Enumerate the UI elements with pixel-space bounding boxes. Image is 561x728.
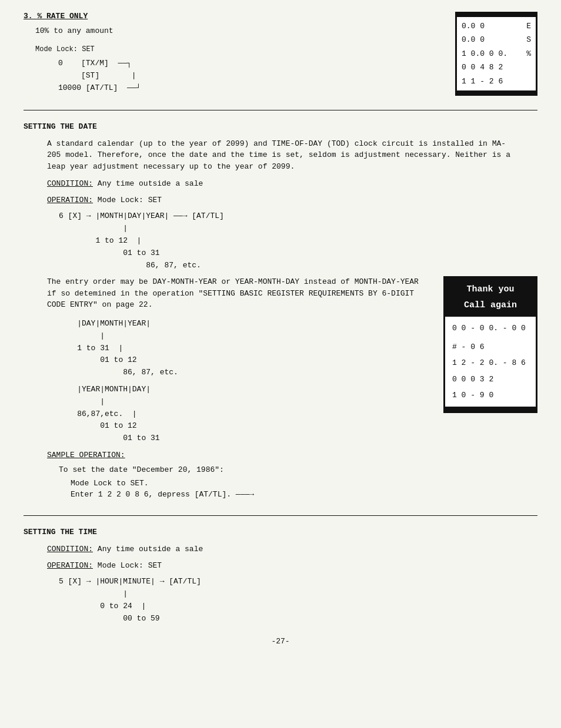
thank-you-line1: Thank you bbox=[448, 281, 533, 297]
dl2-text: 0.0 0 bbox=[462, 33, 485, 46]
page-number: -27- bbox=[24, 637, 537, 646]
display2-line4: 0 0 0 3 2 bbox=[452, 373, 529, 386]
operation-label: OPERATION: bbox=[47, 196, 93, 204]
display2-footer bbox=[445, 407, 536, 411]
dl1-text: 0.0 0 bbox=[462, 19, 485, 33]
dl3-sym: % bbox=[526, 47, 531, 61]
section-date: SETTING THE DATE A standard calendar (up… bbox=[24, 122, 537, 504]
mode-lock-line: Mode Lock: SET bbox=[35, 44, 141, 55]
time-operation-label: OPERATION: bbox=[47, 561, 93, 570]
display2-line5: 1 0 - 9 0 bbox=[452, 388, 529, 402]
top-display-box: 0.0 0 E 0.0 0 S 1 0.0 0 0. % 0 0 4 8 2 1… bbox=[455, 12, 537, 96]
date-diagram1: 6 [X] → |MONTH|DAY|YEAR| ——→ [AT/TL] | 1… bbox=[59, 210, 502, 271]
display-line-2: 0.0 0 S bbox=[462, 33, 531, 46]
rate-title: 3. % RATE ONLY bbox=[24, 12, 455, 21]
separator-1 bbox=[24, 110, 537, 110]
sample-body-text: To set the date "December 20, 1986": bbox=[59, 465, 224, 474]
date-header: SETTING THE DATE bbox=[24, 122, 537, 131]
display-line-1: 0.0 0 E bbox=[462, 19, 531, 33]
display2-line1: 0 0 - 0 0. - 0 0 bbox=[452, 321, 529, 335]
display-line-5: 1 1 - 2 6 bbox=[462, 75, 531, 88]
top-section: 3. % RATE ONLY 10% to any amount Mode Lo… bbox=[24, 12, 537, 96]
dl5-text: 1 1 - 2 6 bbox=[462, 75, 503, 88]
display-top-bar bbox=[457, 14, 536, 17]
time-condition-text: Any time outside a sale bbox=[98, 545, 203, 553]
condition-line: CONDITION: Any time outside a sale bbox=[47, 178, 514, 190]
sample-op2-text: Enter 1 2 2 0 8 6, depress [AT/TL]. ———→ bbox=[71, 490, 254, 499]
side-display: Thank you Call again 0 0 - 0 0. - 0 0 # … bbox=[443, 276, 537, 413]
main-col: The entry order may be DAY-MONTH-YEAR or… bbox=[24, 276, 432, 504]
date-diagram3: |YEAR|MONTH|DAY| | 86,87,etc. | 01 to 12… bbox=[59, 384, 396, 445]
display2-line3: 1 2 - 2 0. - 8 6 bbox=[452, 356, 529, 370]
date-diagram2: |DAY|MONTH|YEAR| | 1 to 31 | 01 to 12 86… bbox=[59, 318, 396, 379]
two-col-section: The entry order may be DAY-MONTH-YEAR or… bbox=[24, 276, 537, 504]
display2-content: 0 0 - 0 0. - 0 0 # - 0 6 1 2 - 2 0. - 8 … bbox=[452, 321, 529, 402]
sample-op2: Enter 1 2 2 0 8 6, depress [AT/TL]. ———→ bbox=[71, 490, 432, 499]
date-body1-text: A standard calendar (up to the year of 2… bbox=[47, 139, 510, 171]
time-operation-text: Mode Lock: SET bbox=[98, 561, 162, 570]
operation-text: Mode Lock: SET bbox=[98, 196, 162, 204]
diag2-pre: |DAY|MONTH|YEAR| | 1 to 31 | 01 to 12 86… bbox=[59, 318, 396, 379]
time-operation-line: OPERATION: Mode Lock: SET bbox=[47, 560, 514, 572]
time-diagram: 5 [X] → |HOUR|MINUTE| → [AT/TL] | 0 to 2… bbox=[59, 576, 502, 625]
top-display-area: 0.0 0 E 0.0 0 S 1 0.0 0 0. % 0 0 4 8 2 1… bbox=[455, 12, 537, 96]
time-condition-line: CONDITION: Any time outside a sale bbox=[47, 544, 514, 555]
time-condition-label: CONDITION: bbox=[47, 545, 93, 553]
section-time: SETTING THE TIME CONDITION: Any time out… bbox=[24, 528, 537, 625]
sample-op1-text: Mode Lock to SET. bbox=[71, 479, 149, 488]
condition-label: CONDITION: bbox=[47, 179, 93, 188]
diag1-pre: 6 [X] → |MONTH|DAY|YEAR| ——→ [AT/TL] | 1… bbox=[59, 210, 502, 271]
rate-desc: 10% to any amount bbox=[35, 26, 455, 35]
date-body1: A standard calendar (up to the year of 2… bbox=[47, 138, 514, 173]
sample-op-label: SAMPLE OPERATION: bbox=[47, 449, 408, 461]
time-diag-pre: 5 [X] → |HOUR|MINUTE| → [AT/TL] | 0 to 2… bbox=[59, 576, 502, 625]
display-line-4: 0 0 4 8 2 bbox=[462, 61, 531, 74]
display-header: Thank you Call again bbox=[445, 278, 536, 317]
dl2-sym: S bbox=[526, 33, 531, 46]
time-header: SETTING THE TIME bbox=[24, 528, 537, 536]
dl4-text: 0 0 4 8 2 bbox=[462, 61, 503, 74]
thank-you-line2: Call again bbox=[448, 297, 533, 313]
sample-op1: Mode Lock to SET. bbox=[71, 479, 432, 488]
top-op-area: Mode Lock: SET 0 [TX/M] ——┐ [ST] | 10000… bbox=[35, 41, 455, 95]
dl1-sym: E bbox=[526, 19, 531, 33]
dl3-text: 1 0.0 0 0. bbox=[462, 47, 507, 61]
op-pre: 0 [TX/M] ——┐ [ST] | 10000 [AT/TL] ——┘ bbox=[35, 58, 141, 94]
sample-label: SAMPLE OPERATION: bbox=[47, 451, 125, 459]
op-line1: 0 [TX/M] ——┐ [ST] | 10000 [AT/TL] ——┘ bbox=[35, 58, 141, 94]
display-bottom-bar bbox=[457, 90, 536, 94]
separator-2 bbox=[24, 515, 537, 516]
rate-block: 3. % RATE ONLY 10% to any amount Mode Lo… bbox=[24, 12, 455, 95]
mode-lock-block: Mode Lock: SET 0 [TX/M] ——┐ [ST] | 10000… bbox=[35, 44, 141, 95]
sample-body: To set the date "December 20, 1986": bbox=[59, 465, 432, 474]
diag3-pre: |YEAR|MONTH|DAY| | 86,87,etc. | 01 to 12… bbox=[59, 384, 396, 445]
operation-line: OPERATION: Mode Lock: SET bbox=[47, 194, 514, 206]
thank-you-display: Thank you Call again 0 0 - 0 0. - 0 0 # … bbox=[443, 276, 537, 413]
display2-line2: # - 0 6 bbox=[452, 340, 529, 354]
page-content: 3. % RATE ONLY 10% to any amount Mode Lo… bbox=[24, 12, 537, 646]
condition-text: Any time outside a sale bbox=[98, 179, 203, 188]
date-body2-text: The entry order may be DAY-MONTH-YEAR or… bbox=[47, 277, 419, 309]
date-body2: The entry order may be DAY-MONTH-YEAR or… bbox=[47, 276, 432, 311]
display-line-3: 1 0.0 0 0. % bbox=[462, 47, 531, 61]
